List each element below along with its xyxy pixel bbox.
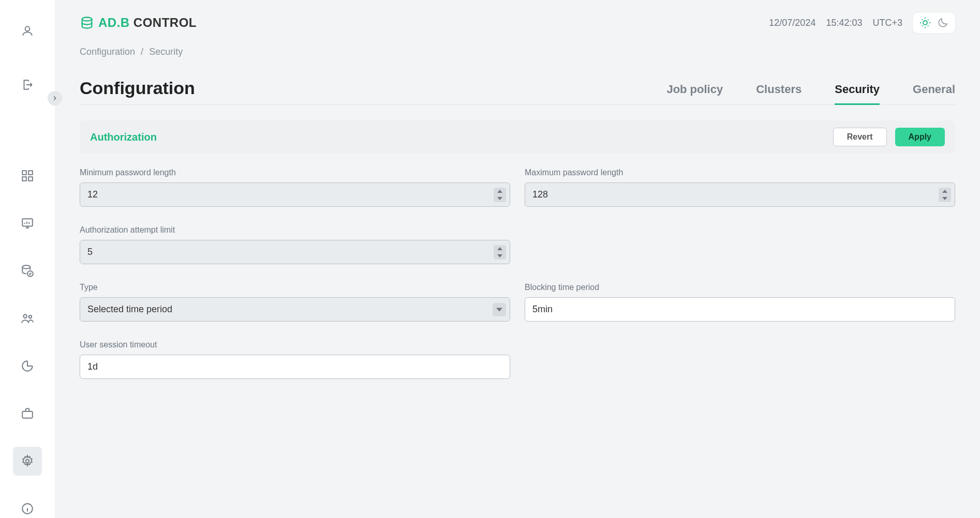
theme-toggle[interactable] <box>913 12 955 33</box>
sidebar-item-profile[interactable] <box>13 17 42 45</box>
pie-chart-icon <box>21 359 34 373</box>
monitor-chart-icon <box>21 217 34 230</box>
chevron-down-icon <box>942 197 947 200</box>
tab-general[interactable]: General <box>913 83 955 104</box>
breadcrumb-separator: / <box>141 47 143 57</box>
spinner-up[interactable] <box>939 188 951 195</box>
chevron-up-icon <box>497 247 502 250</box>
svg-rect-2 <box>28 171 33 175</box>
svg-point-6 <box>22 265 30 269</box>
sidebar-item-users[interactable] <box>13 304 42 333</box>
logo-icon <box>80 16 94 30</box>
apply-button[interactable]: Apply <box>895 128 945 146</box>
svg-rect-4 <box>28 177 33 181</box>
max-password-input[interactable] <box>525 182 955 207</box>
svg-rect-10 <box>22 412 33 418</box>
sidebar-item-info[interactable] <box>13 494 42 518</box>
sidebar <box>0 0 55 518</box>
sidebar-item-reports[interactable] <box>13 352 42 380</box>
info-icon <box>21 502 34 515</box>
spinner-up[interactable] <box>494 188 506 195</box>
sun-icon <box>919 17 931 29</box>
spinner-down[interactable] <box>494 252 506 260</box>
field-label: Minimum password length <box>80 168 510 177</box>
sidebar-item-dashboard[interactable] <box>13 161 42 190</box>
tab-security[interactable]: Security <box>835 83 880 104</box>
attempt-limit-input[interactable] <box>80 240 510 264</box>
logo-text: AD.B CONTROL <box>98 16 197 30</box>
svg-rect-3 <box>22 177 26 181</box>
logo: AD.B CONTROL <box>80 16 197 30</box>
spinner-down[interactable] <box>939 195 951 202</box>
field-blocking-period: Blocking time period <box>525 283 955 322</box>
chevron-right-icon <box>51 95 58 102</box>
blocking-period-input[interactable] <box>525 297 955 322</box>
field-max-password-length: Maximum password length <box>525 168 955 207</box>
session-timeout-input[interactable] <box>80 355 510 379</box>
tab-job-policy[interactable]: Job policy <box>666 83 723 104</box>
svg-rect-1 <box>22 171 26 175</box>
chevron-down-icon <box>497 197 502 200</box>
field-label: Type <box>80 283 510 292</box>
sidebar-item-database[interactable] <box>13 256 42 285</box>
svg-rect-5 <box>22 219 33 226</box>
chevron-down-icon <box>497 254 502 257</box>
svg-point-13 <box>82 18 92 21</box>
field-attempt-limit: Authorization attempt limit <box>80 225 510 264</box>
sidebar-expand-toggle[interactable] <box>48 91 62 105</box>
page-title: Configuration <box>80 78 195 104</box>
field-min-password-length: Minimum password length <box>80 168 510 207</box>
chevron-up-icon <box>942 190 947 193</box>
exit-icon <box>21 78 34 92</box>
chevron-up-icon <box>497 190 502 193</box>
svg-point-11 <box>26 460 29 463</box>
top-header: AD.B CONTROL 12/07/2024 15:42:03 UTC+3 <box>80 12 955 33</box>
field-label: User session timeout <box>80 340 510 349</box>
field-label: Maximum password length <box>525 168 955 177</box>
header-date: 12/07/2024 <box>769 18 815 28</box>
field-label: Blocking time period <box>525 283 955 292</box>
field-session-timeout: User session timeout <box>80 340 510 379</box>
type-select[interactable] <box>80 297 510 322</box>
user-icon <box>21 24 34 38</box>
gear-icon <box>21 454 34 468</box>
grid-icon <box>21 169 34 182</box>
field-label: Authorization attempt limit <box>80 225 510 235</box>
database-check-icon <box>21 264 34 278</box>
sidebar-item-logout[interactable] <box>13 70 42 99</box>
svg-point-9 <box>29 315 32 318</box>
field-type: Type <box>80 283 510 322</box>
breadcrumb: Configuration / Security <box>80 47 955 57</box>
svg-point-0 <box>25 26 30 31</box>
spinner-up[interactable] <box>494 245 506 252</box>
tabs: Job policy Clusters Security General <box>666 83 955 104</box>
moon-icon <box>937 17 949 29</box>
number-spinner[interactable] <box>494 188 506 202</box>
main-content: AD.B CONTROL 12/07/2024 15:42:03 UTC+3 C… <box>55 0 980 518</box>
users-icon <box>21 312 34 325</box>
section-header: Authorization Revert Apply <box>80 120 955 154</box>
briefcase-icon <box>21 407 34 420</box>
sidebar-item-settings[interactable] <box>13 447 42 476</box>
form-grid: Minimum password length Maximum password… <box>80 168 955 379</box>
sidebar-item-monitoring[interactable] <box>13 209 42 238</box>
tab-clusters[interactable]: Clusters <box>756 83 801 104</box>
header-timezone: UTC+3 <box>872 18 902 28</box>
number-spinner[interactable] <box>939 188 951 202</box>
min-password-input[interactable] <box>80 182 510 207</box>
svg-point-8 <box>23 314 27 318</box>
sidebar-item-jobs[interactable] <box>13 399 42 428</box>
revert-button[interactable]: Revert <box>833 128 887 146</box>
breadcrumb-root[interactable]: Configuration <box>80 47 135 57</box>
section-title: Authorization <box>90 131 157 143</box>
spinner-down[interactable] <box>494 195 506 202</box>
breadcrumb-current: Security <box>149 47 183 57</box>
svg-point-14 <box>923 21 927 25</box>
number-spinner[interactable] <box>494 245 506 260</box>
header-time: 15:42:03 <box>826 18 862 28</box>
